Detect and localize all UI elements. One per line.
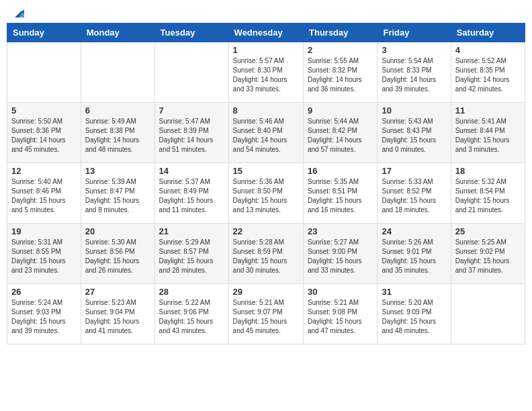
- day-info: Sunrise: 5:30 AM Sunset: 8:56 PM Dayligh…: [85, 238, 150, 275]
- day-number: 6: [85, 105, 150, 116]
- page-header: [7, 7, 525, 17]
- day-info: Sunrise: 5:49 AM Sunset: 8:38 PM Dayligh…: [85, 117, 150, 154]
- day-number: 12: [11, 166, 77, 176]
- day-info: Sunrise: 5:57 AM Sunset: 8:30 PM Dayligh…: [233, 56, 299, 94]
- calendar-cell: 8Sunrise: 5:46 AM Sunset: 8:40 PM Daylig…: [228, 103, 303, 163]
- day-number: 4: [455, 45, 521, 55]
- calendar-cell: 19Sunrise: 5:31 AM Sunset: 8:55 PM Dayli…: [7, 224, 81, 284]
- calendar-cell: 30Sunrise: 5:21 AM Sunset: 9:08 PM Dayli…: [304, 284, 378, 345]
- day-info: Sunrise: 5:28 AM Sunset: 8:59 PM Dayligh…: [233, 238, 299, 275]
- calendar-cell: 14Sunrise: 5:37 AM Sunset: 8:49 PM Dayli…: [154, 163, 228, 224]
- calendar-week-row: 5Sunrise: 5:50 AM Sunset: 8:36 PM Daylig…: [7, 103, 525, 163]
- logo-icon: [11, 5, 26, 20]
- calendar-cell: 15Sunrise: 5:36 AM Sunset: 8:50 PM Dayli…: [228, 163, 303, 224]
- day-info: Sunrise: 5:31 AM Sunset: 8:55 PM Dayligh…: [11, 238, 77, 275]
- calendar-cell: 24Sunrise: 5:26 AM Sunset: 9:01 PM Dayli…: [378, 224, 451, 284]
- calendar-cell: 25Sunrise: 5:25 AM Sunset: 9:02 PM Dayli…: [451, 224, 525, 284]
- calendar-cell: 9Sunrise: 5:44 AM Sunset: 8:42 PM Daylig…: [304, 103, 378, 163]
- calendar-cell: 28Sunrise: 5:22 AM Sunset: 9:06 PM Dayli…: [154, 284, 228, 345]
- calendar-week-row: 1Sunrise: 5:57 AM Sunset: 8:30 PM Daylig…: [7, 42, 525, 103]
- day-info: Sunrise: 5:36 AM Sunset: 8:50 PM Dayligh…: [233, 177, 299, 215]
- day-info: Sunrise: 5:55 AM Sunset: 8:32 PM Dayligh…: [308, 56, 373, 94]
- calendar-cell: 13Sunrise: 5:39 AM Sunset: 8:47 PM Dayli…: [81, 163, 154, 224]
- day-info: Sunrise: 5:50 AM Sunset: 8:36 PM Dayligh…: [11, 117, 77, 154]
- day-info: Sunrise: 5:54 AM Sunset: 8:33 PM Dayligh…: [382, 56, 446, 94]
- calendar-cell: 27Sunrise: 5:23 AM Sunset: 9:04 PM Dayli…: [81, 284, 154, 345]
- day-number: 30: [308, 287, 373, 297]
- day-number: 26: [11, 287, 77, 297]
- calendar-week-row: 19Sunrise: 5:31 AM Sunset: 8:55 PM Dayli…: [7, 224, 525, 284]
- calendar-cell: 3Sunrise: 5:54 AM Sunset: 8:33 PM Daylig…: [378, 42, 451, 103]
- calendar-cell: 12Sunrise: 5:40 AM Sunset: 8:46 PM Dayli…: [7, 163, 81, 224]
- day-number: 13: [85, 166, 150, 176]
- day-of-week-header: Wednesday: [228, 24, 303, 42]
- calendar-cell: 5Sunrise: 5:50 AM Sunset: 8:36 PM Daylig…: [7, 103, 81, 163]
- day-info: Sunrise: 5:44 AM Sunset: 8:42 PM Dayligh…: [308, 117, 373, 154]
- day-number: 10: [382, 105, 446, 116]
- calendar-cell: 6Sunrise: 5:49 AM Sunset: 8:38 PM Daylig…: [81, 103, 154, 163]
- day-info: Sunrise: 5:22 AM Sunset: 9:06 PM Dayligh…: [159, 298, 224, 336]
- day-of-week-header: Sunday: [7, 24, 81, 42]
- day-info: Sunrise: 5:25 AM Sunset: 9:02 PM Dayligh…: [455, 238, 521, 275]
- day-info: Sunrise: 5:26 AM Sunset: 9:01 PM Dayligh…: [382, 238, 446, 275]
- day-info: Sunrise: 5:40 AM Sunset: 8:46 PM Dayligh…: [11, 177, 77, 215]
- day-number: 2: [308, 45, 373, 55]
- day-number: 1: [233, 45, 299, 55]
- day-info: Sunrise: 5:27 AM Sunset: 9:00 PM Dayligh…: [308, 238, 373, 275]
- logo: [9, 7, 26, 17]
- calendar-cell: 22Sunrise: 5:28 AM Sunset: 8:59 PM Dayli…: [228, 224, 303, 284]
- day-number: 23: [308, 226, 373, 236]
- day-number: 7: [159, 105, 224, 116]
- day-number: 14: [159, 166, 224, 176]
- day-number: 9: [308, 105, 373, 116]
- calendar-cell: 10Sunrise: 5:43 AM Sunset: 8:43 PM Dayli…: [378, 103, 451, 163]
- day-info: Sunrise: 5:21 AM Sunset: 9:08 PM Dayligh…: [308, 298, 373, 336]
- calendar-cell: 26Sunrise: 5:24 AM Sunset: 9:03 PM Dayli…: [7, 284, 81, 345]
- day-number: 31: [382, 287, 446, 297]
- day-number: 29: [233, 287, 299, 297]
- day-info: Sunrise: 5:35 AM Sunset: 8:51 PM Dayligh…: [308, 177, 373, 215]
- day-info: Sunrise: 5:41 AM Sunset: 8:44 PM Dayligh…: [455, 117, 521, 154]
- day-info: Sunrise: 5:46 AM Sunset: 8:40 PM Dayligh…: [233, 117, 299, 154]
- day-of-week-header: Saturday: [451, 24, 525, 42]
- calendar-cell: [7, 42, 81, 103]
- calendar-week-row: 12Sunrise: 5:40 AM Sunset: 8:46 PM Dayli…: [7, 163, 525, 224]
- day-info: Sunrise: 5:21 AM Sunset: 9:07 PM Dayligh…: [233, 298, 299, 336]
- day-number: 5: [11, 105, 77, 116]
- day-number: 25: [455, 226, 521, 236]
- calendar-cell: 31Sunrise: 5:20 AM Sunset: 9:09 PM Dayli…: [378, 284, 451, 345]
- day-info: Sunrise: 5:24 AM Sunset: 9:03 PM Dayligh…: [11, 298, 77, 336]
- calendar-week-row: 26Sunrise: 5:24 AM Sunset: 9:03 PM Dayli…: [7, 284, 525, 345]
- calendar-cell: 7Sunrise: 5:47 AM Sunset: 8:39 PM Daylig…: [154, 103, 228, 163]
- day-number: 19: [11, 226, 77, 236]
- calendar-cell: [154, 42, 228, 103]
- calendar-cell: 29Sunrise: 5:21 AM Sunset: 9:07 PM Dayli…: [228, 284, 303, 345]
- day-number: 15: [233, 166, 299, 176]
- calendar-cell: 17Sunrise: 5:33 AM Sunset: 8:52 PM Dayli…: [378, 163, 451, 224]
- day-of-week-header: Friday: [378, 24, 451, 42]
- calendar-cell: 4Sunrise: 5:52 AM Sunset: 8:35 PM Daylig…: [451, 42, 525, 103]
- day-number: 11: [455, 105, 521, 116]
- day-number: 22: [233, 226, 299, 236]
- calendar-cell: 11Sunrise: 5:41 AM Sunset: 8:44 PM Dayli…: [451, 103, 525, 163]
- day-info: Sunrise: 5:37 AM Sunset: 8:49 PM Dayligh…: [159, 177, 224, 215]
- day-number: 17: [382, 166, 446, 176]
- day-info: Sunrise: 5:32 AM Sunset: 8:54 PM Dayligh…: [455, 177, 521, 215]
- calendar-cell: 16Sunrise: 5:35 AM Sunset: 8:51 PM Dayli…: [304, 163, 378, 224]
- day-of-week-header: Tuesday: [154, 24, 228, 42]
- day-number: 20: [85, 226, 150, 236]
- day-number: 28: [159, 287, 224, 297]
- calendar-cell: 21Sunrise: 5:29 AM Sunset: 8:57 PM Dayli…: [154, 224, 228, 284]
- calendar-cell: 1Sunrise: 5:57 AM Sunset: 8:30 PM Daylig…: [228, 42, 303, 103]
- day-of-week-header: Thursday: [304, 24, 378, 42]
- day-number: 16: [308, 166, 373, 176]
- calendar-cell: [81, 42, 154, 103]
- calendar-cell: 20Sunrise: 5:30 AM Sunset: 8:56 PM Dayli…: [81, 224, 154, 284]
- calendar-cell: 2Sunrise: 5:55 AM Sunset: 8:32 PM Daylig…: [304, 42, 378, 103]
- calendar-cell: 23Sunrise: 5:27 AM Sunset: 9:00 PM Dayli…: [304, 224, 378, 284]
- day-info: Sunrise: 5:23 AM Sunset: 9:04 PM Dayligh…: [85, 298, 150, 336]
- calendar-header-row: SundayMondayTuesdayWednesdayThursdayFrid…: [7, 24, 525, 42]
- day-info: Sunrise: 5:43 AM Sunset: 8:43 PM Dayligh…: [382, 117, 446, 154]
- day-of-week-header: Monday: [81, 24, 154, 42]
- day-number: 18: [455, 166, 521, 176]
